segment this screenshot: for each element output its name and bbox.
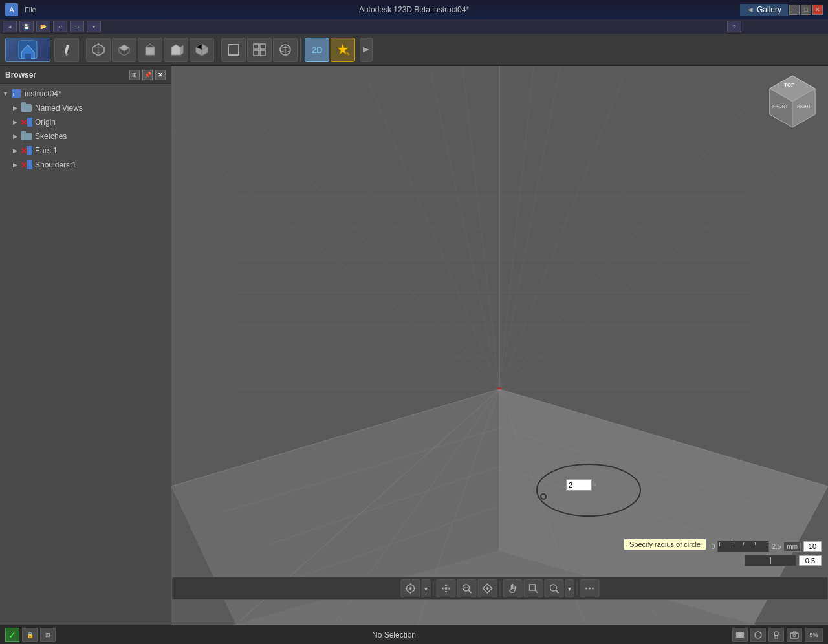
tree-root-node[interactable]: ▼ i instruct04* [0,87,171,101]
svg-marker-3 [65,54,69,56]
tree-ears1-label: Ears:1 [35,146,58,155]
redo-btn[interactable]: ↪ [70,21,84,32]
open-btn[interactable]: 📂 [36,21,50,32]
bottom-toolbar: ▾ [171,577,828,600]
status-snap-btn[interactable]: ⊡ [40,628,56,642]
status-percent-btn[interactable]: 5% [805,628,823,642]
toolbar-section-viewport [219,38,301,62]
single-view-btn[interactable] [221,38,246,62]
cube-right-btn[interactable] [164,38,188,62]
gallery-label: Gallery [757,5,781,14]
sphere-icon [278,43,292,57]
ribbon-bar: ◄ 💾 📂 ↩ ↪ ▾ ? [0,19,828,34]
help-btn[interactable]: ? [727,21,741,32]
svg-point-73 [486,587,488,590]
cube-front-btn[interactable] [138,38,162,62]
svg-rect-87 [790,633,798,638]
cube-top-icon [116,42,132,58]
sketches-arrow: ▶ [13,133,21,140]
more-btn[interactable] [580,579,599,597]
zoom-fit-btn[interactable] [457,579,476,597]
navigate-btn[interactable] [477,579,497,597]
svg-text:i: i [13,91,15,98]
cube-top-btn[interactable] [112,38,136,62]
status-lock-btn[interactable]: 🔒 [22,628,38,642]
pencil-tool-btn[interactable] [54,38,79,62]
close-button[interactable]: ✕ [812,5,823,15]
undo-arrow-btn[interactable]: ▾ [87,21,101,32]
pan2-btn[interactable] [503,579,522,597]
light-icon [771,630,781,640]
status-render-btn[interactable] [750,628,766,642]
origin-redx-icon [21,117,32,127]
named-views-arrow: ▶ [13,105,21,111]
box-3d-icon [91,42,106,58]
quad-view-icon [252,43,267,57]
toolbar-section-views [83,38,217,62]
radius-input[interactable] [566,479,592,491]
toolbar-section-tools [52,38,82,62]
2d-btn[interactable]: 2D [305,38,329,62]
tooltip-text: Specify radius of circle [629,541,701,548]
app-title: Autodesk 123D Beta instruct04* [359,5,469,14]
status-layers-btn[interactable] [732,628,748,642]
toolbar-arrow-btn[interactable] [360,38,373,62]
more-icon [583,583,595,594]
3d-view-btn[interactable] [86,38,111,62]
svg-line-70 [468,590,471,593]
pan-btn[interactable] [436,579,455,597]
viewport[interactable]: TOP FRONT RIGHT × [171,66,828,625]
save-btn[interactable]: 💾 [19,21,34,32]
svg-point-79 [589,588,591,590]
browser-pin-btn[interactable]: 📌 [142,70,153,80]
star-btn[interactable] [331,38,355,62]
undo-btn[interactable]: ↩ [53,21,67,32]
unit-display: mm [783,542,801,552]
browser-close-btn[interactable]: ✕ [155,70,166,80]
arrow-right-icon [362,45,371,54]
tree-origin[interactable]: ▶ Origin [0,115,171,129]
window2-btn[interactable] [523,579,543,597]
separator3 [576,581,577,596]
minimize-button[interactable]: ─ [789,5,800,15]
window-zoom-icon [527,583,539,594]
view-cube[interactable]: TOP FRONT RIGHT [763,72,822,131]
layers-icon [735,630,745,640]
cube-iso-btn[interactable] [190,38,214,62]
tree-ears1[interactable]: ▶ Ears:1 [0,144,171,158]
home-btn[interactable] [5,38,50,62]
separator2 [499,581,500,596]
svg-rect-2 [65,44,69,54]
svg-point-88 [793,634,796,637]
quick-access-btn[interactable]: ◄ [3,21,17,32]
pencil-icon [60,43,74,57]
circle-svg: × [530,455,647,526]
quad-view-btn[interactable] [247,38,272,62]
status-light-btn[interactable] [768,628,784,642]
maximize-button[interactable]: □ [801,5,811,15]
browser-tiles-btn[interactable]: ⊞ [129,70,140,80]
browser-title: Browser [5,70,36,80]
tree-named-views[interactable]: ▶ Named Views [0,101,171,115]
orbit-btn[interactable] [400,579,420,597]
shoulders1-arrow: ▶ [13,162,21,168]
status-camera-btn[interactable] [787,628,802,642]
zoom-in-btn[interactable] [544,579,563,597]
root-icon: i [10,89,22,99]
gallery-bar[interactable]: ◄ Gallery [740,4,788,16]
status-check-btn[interactable]: ✓ [5,628,19,642]
svg-rect-9 [260,50,265,56]
svg-point-84 [755,632,761,638]
sphere-view-btn[interactable] [273,38,298,62]
menu-file[interactable]: File [21,6,40,14]
zoom-dropdown-btn[interactable]: ▾ [565,579,574,597]
app-icon: A [5,3,18,16]
tree-sketches[interactable]: ▶ Sketches [0,129,171,144]
svg-rect-74 [529,585,535,590]
cube-front-icon [142,42,158,58]
orbit-dropdown-btn[interactable]: ▾ [421,579,430,597]
tree-shoulders1-label: Shoulders:1 [35,160,76,169]
origin-arrow: ▶ [13,119,21,125]
tree-shoulders1[interactable]: ▶ Shoulders:1 [0,158,171,172]
render-icon [753,630,763,640]
